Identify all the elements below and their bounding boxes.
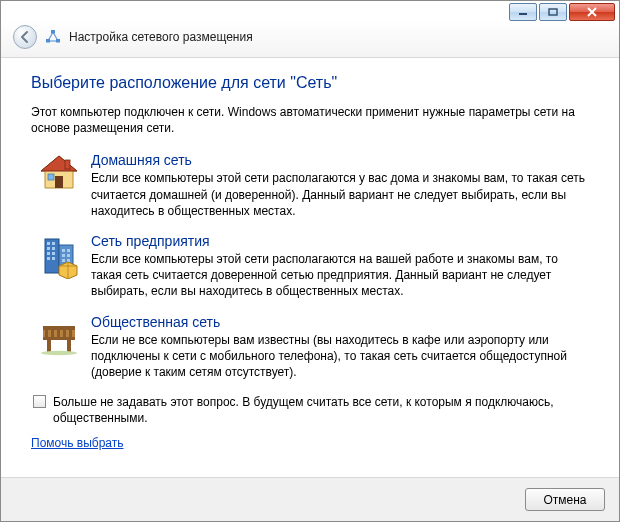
window-title: Настройка сетевого размещения [69, 30, 253, 44]
svg-rect-38 [43, 337, 75, 340]
svg-rect-0 [519, 13, 527, 15]
svg-rect-20 [52, 247, 55, 250]
option-public-text: Общественная сеть Если не все компьютеры… [83, 314, 589, 381]
svg-rect-21 [47, 252, 50, 255]
dont-ask-checkbox-row[interactable]: Больше не задавать этот вопрос. В будуще… [33, 394, 589, 426]
svg-rect-35 [57, 330, 60, 337]
svg-rect-40 [67, 340, 71, 352]
back-button[interactable] [13, 25, 37, 49]
window: Настройка сетевого размещения Выберите р… [0, 0, 620, 522]
option-title: Домашняя сеть [91, 152, 589, 168]
checkbox-label: Больше не задавать этот вопрос. В будуще… [53, 394, 589, 426]
svg-rect-27 [62, 254, 65, 257]
close-button[interactable] [569, 3, 615, 21]
footer: Отмена [1, 477, 619, 521]
svg-rect-9 [56, 39, 60, 43]
svg-rect-34 [51, 330, 54, 337]
option-home-text: Домашняя сеть Если все компьютеры этой с… [83, 152, 589, 219]
svg-rect-25 [62, 249, 65, 252]
option-public-network[interactable]: Общественная сеть Если не все компьютеры… [35, 308, 589, 389]
public-icon [35, 314, 83, 381]
svg-rect-29 [62, 259, 65, 262]
svg-rect-19 [47, 247, 50, 250]
svg-rect-36 [63, 330, 66, 337]
svg-rect-28 [67, 254, 70, 257]
network-options: Домашняя сеть Если все компьютеры этой с… [35, 146, 589, 388]
option-desc: Если все компьютеры этой сети располагаю… [91, 170, 589, 219]
svg-marker-11 [41, 156, 77, 171]
help-link[interactable]: Помочь выбрать [31, 436, 124, 450]
option-work-network[interactable]: Сеть предприятия Если все компьютеры это… [35, 227, 589, 308]
svg-rect-13 [55, 176, 63, 188]
minimize-button[interactable] [509, 3, 537, 21]
header-bar: Настройка сетевого размещения [1, 21, 619, 58]
svg-rect-17 [47, 242, 50, 245]
back-arrow-icon [18, 30, 32, 44]
caption-bar [1, 1, 619, 21]
svg-rect-14 [48, 174, 54, 180]
svg-rect-7 [51, 30, 55, 34]
svg-rect-18 [52, 242, 55, 245]
option-home-network[interactable]: Домашняя сеть Если все компьютеры этой с… [35, 146, 589, 227]
maximize-icon [548, 8, 558, 16]
svg-rect-23 [47, 257, 50, 260]
option-work-text: Сеть предприятия Если все компьютеры это… [83, 233, 589, 300]
option-title: Общественная сеть [91, 314, 589, 330]
svg-point-41 [41, 350, 77, 354]
home-icon [35, 152, 83, 219]
content-area: Выберите расположение для сети "Сеть" Эт… [1, 58, 619, 477]
svg-rect-37 [69, 330, 72, 337]
intro-text: Этот компьютер подключен к сети. Windows… [31, 104, 589, 136]
svg-rect-30 [67, 259, 70, 262]
work-icon [35, 233, 83, 300]
svg-rect-24 [52, 257, 55, 260]
minimize-icon [518, 8, 528, 16]
cancel-button[interactable]: Отмена [525, 488, 605, 511]
option-title: Сеть предприятия [91, 233, 589, 249]
option-desc: Если не все компьютеры вам известны (вы … [91, 332, 589, 381]
svg-rect-26 [67, 249, 70, 252]
svg-rect-39 [47, 340, 51, 352]
svg-rect-1 [549, 9, 557, 15]
svg-rect-22 [52, 252, 55, 255]
close-icon [586, 7, 598, 17]
checkbox-icon[interactable] [33, 395, 46, 408]
svg-rect-33 [45, 330, 48, 337]
page-heading: Выберите расположение для сети "Сеть" [31, 74, 589, 92]
maximize-button[interactable] [539, 3, 567, 21]
network-center-icon [45, 29, 61, 45]
option-desc: Если все компьютеры этой сети располагаю… [91, 251, 589, 300]
svg-rect-8 [46, 39, 50, 43]
svg-rect-12 [65, 160, 70, 169]
svg-rect-31 [43, 326, 75, 330]
